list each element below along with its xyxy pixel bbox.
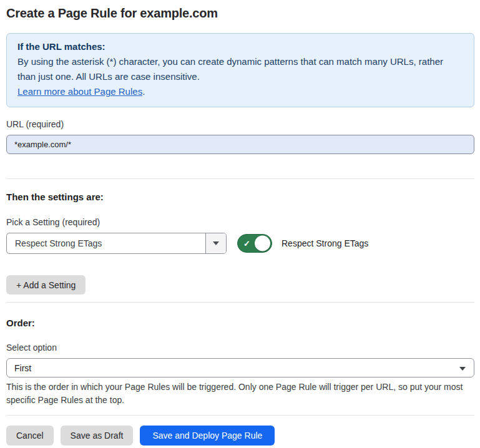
- footer-actions: Cancel Save as Draft Save and Deploy Pag…: [6, 426, 474, 446]
- setting-dropdown[interactable]: Respect Strong ETags: [6, 233, 227, 254]
- chevron-down-icon: [213, 241, 219, 245]
- check-icon: ✓: [243, 240, 250, 248]
- info-box-heading: If the URL matches:: [17, 39, 463, 54]
- info-box-link-line: Learn more about Page Rules.: [17, 84, 463, 99]
- save-draft-button[interactable]: Save as Draft: [61, 426, 134, 446]
- order-help-text: This is the order in which your Page Rul…: [6, 381, 474, 407]
- link-period: .: [142, 86, 145, 97]
- url-field-label: URL (required): [6, 119, 474, 129]
- settings-section-heading: Then the settings are:: [6, 192, 474, 202]
- save-deploy-button[interactable]: Save and Deploy Page Rule: [140, 426, 275, 446]
- setting-dropdown-value: Respect Strong ETags: [7, 233, 205, 253]
- order-select[interactable]: First: [6, 358, 474, 377]
- setting-toggle[interactable]: ✓: [237, 234, 272, 253]
- create-page-rule-form: Create a Page Rule for example.com If th…: [0, 0, 480, 448]
- page-title: Create a Page Rule for example.com: [6, 6, 474, 21]
- url-match-info-box: If the URL matches: By using the asteris…: [6, 33, 474, 107]
- order-select-value: First: [14, 363, 31, 373]
- info-box-body: By using the asterisk (*) character, you…: [17, 54, 463, 84]
- divider-after-settings: [6, 302, 474, 303]
- order-select-label: Select option: [6, 343, 474, 353]
- setting-dropdown-arrow-button[interactable]: [205, 233, 226, 253]
- learn-more-link[interactable]: Learn more about Page Rules: [17, 86, 142, 97]
- order-section-heading: Order:: [6, 318, 474, 328]
- divider-after-url: [6, 178, 474, 179]
- pick-setting-label: Pick a Setting (required): [6, 217, 474, 227]
- add-setting-button[interactable]: + Add a Setting: [6, 275, 86, 295]
- divider-before-footer: [6, 415, 474, 416]
- cancel-button[interactable]: Cancel: [6, 426, 54, 446]
- toggle-knob: [255, 236, 270, 251]
- setting-toggle-label: Respect Strong ETags: [282, 238, 368, 248]
- chevron-down-icon: [459, 366, 466, 370]
- setting-row: Respect Strong ETags ✓ Respect Strong ET…: [6, 233, 474, 254]
- url-input[interactable]: [6, 135, 474, 154]
